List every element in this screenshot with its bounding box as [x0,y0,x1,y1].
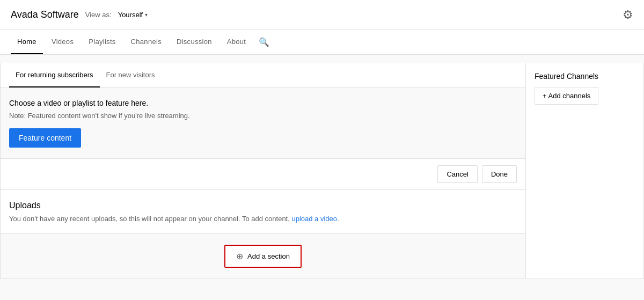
tab-home[interactable]: Home [11,30,43,54]
header-left: Avada Software View as: Yourself ▾ [11,9,148,20]
plus-circle-icon: ⊕ [236,251,243,261]
view-as-dropdown[interactable]: Yourself ▾ [118,11,148,19]
add-section-label: Add a section [247,252,290,260]
uploads-section: Uploads You don't have any recent upload… [1,190,525,234]
featured-channels-title: Featured Channels [535,72,635,81]
upload-video-link[interactable]: upload a video [291,215,337,223]
chevron-down-icon: ▾ [145,12,148,18]
content-wrapper: For returning subscribers For new visito… [0,63,644,279]
add-section-button[interactable]: ⊕ Add a section [224,245,302,268]
cancel-button[interactable]: Cancel [437,165,477,183]
nav-tabs: Home Videos Playlists Channels Discussio… [0,30,644,55]
done-button[interactable]: Done [482,165,517,183]
channel-name: Avada Software [11,9,79,20]
content-area: For returning subscribers For new visito… [0,63,526,279]
uploads-description: You don't have any recent uploads, so th… [9,215,517,223]
featured-note: Note: Featured content won't show if you… [9,112,517,120]
settings-gear-button[interactable]: ⚙ [623,8,633,22]
sub-tab-new-visitors[interactable]: For new visitors [100,63,162,87]
sub-tabs: For returning subscribers For new visito… [1,63,525,88]
add-channels-button[interactable]: + Add channels [535,87,598,105]
tab-discussion[interactable]: Discussion [170,30,218,54]
add-section-container: ⊕ Add a section [1,234,525,279]
gear-icon: ⚙ [623,8,633,21]
view-as-label: View as: [85,11,112,19]
view-as-value: Yourself [118,11,143,19]
action-buttons: Cancel Done [1,159,525,190]
feature-content-button[interactable]: Feature content [9,128,81,148]
choose-feature-text: Choose a video or playlist to feature he… [9,99,517,107]
featured-section: Choose a video or playlist to feature he… [1,88,525,159]
uploads-desc-prefix: You don't have any recent uploads, so th… [9,215,290,223]
uploads-desc-suffix: . [337,215,339,223]
tab-channels[interactable]: Channels [125,30,168,54]
search-icon[interactable]: 🔍 [259,37,269,47]
tab-videos[interactable]: Videos [45,30,80,54]
top-header: Avada Software View as: Yourself ▾ ⚙ [0,0,644,30]
uploads-title: Uploads [9,201,517,210]
sub-tab-returning[interactable]: For returning subscribers [9,63,100,87]
sidebar: Featured Channels + Add channels [526,63,644,279]
tab-playlists[interactable]: Playlists [82,30,122,54]
tab-about[interactable]: About [221,30,252,54]
